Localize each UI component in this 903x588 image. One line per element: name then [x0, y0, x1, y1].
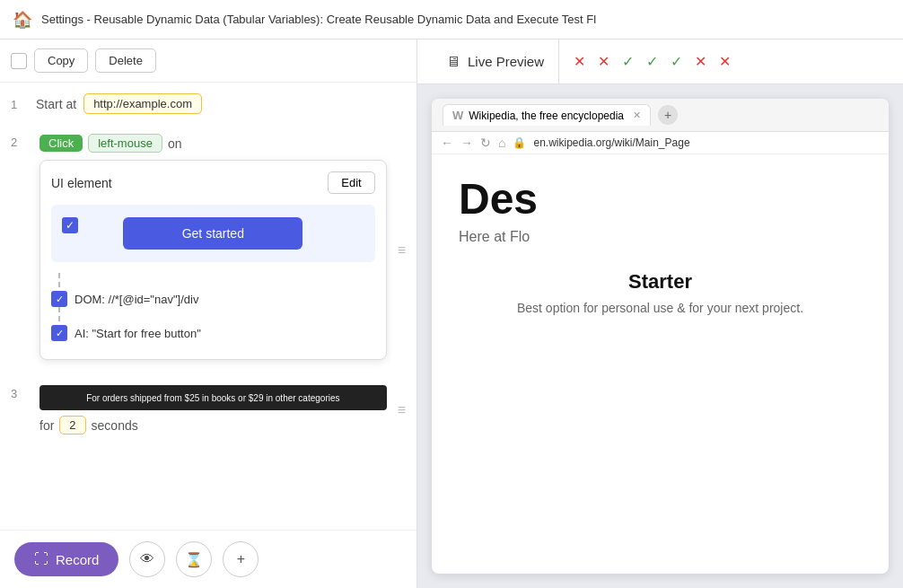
- edit-button[interactable]: Edit: [328, 171, 374, 194]
- seconds-chip[interactable]: 2: [59, 416, 85, 434]
- delete-button[interactable]: Delete: [95, 48, 156, 73]
- dropdown-header: UI element Edit: [51, 171, 375, 194]
- select-all-checkbox[interactable]: [11, 53, 27, 69]
- tab-close-icon[interactable]: ✕: [633, 110, 641, 121]
- step-3-drag-handle[interactable]: ≡: [398, 402, 406, 418]
- step-1-number: 1: [11, 96, 29, 111]
- dashed-line-2: [58, 307, 375, 321]
- timer-icon: ⌛: [185, 551, 203, 568]
- wikipedia-favicon: W: [452, 109, 463, 122]
- eye-icon: 👁: [140, 551, 154, 567]
- browser-content: Des Here at Flo Starter Best option for …: [432, 154, 889, 339]
- dom-text: DOM: //*[@id="nav"]/div: [75, 293, 198, 306]
- mouse-chip[interactable]: left-mouse: [88, 134, 162, 153]
- ai-check-row: ✓ AI: "Start for free button": [51, 325, 375, 341]
- refresh-button[interactable]: ↻: [480, 136, 491, 150]
- dom-checkbox[interactable]: ✓: [51, 291, 67, 307]
- steps-area: 1 Start at http://example.com 2 Click le…: [0, 83, 416, 530]
- step-3-row: 3 For orders shipped from $25 in books o…: [0, 376, 416, 443]
- step-3-content: For orders shipped from $25 in books or …: [39, 385, 387, 434]
- ai-text: AI: "Start for free button": [75, 327, 201, 340]
- for-seconds-row: for 2 seconds: [39, 416, 387, 434]
- starter-title: Starter: [459, 270, 862, 294]
- home-button[interactable]: ⌂: [498, 136, 505, 150]
- forward-button[interactable]: →: [460, 136, 473, 150]
- tab-title: Wikipedia, the free encyclopedia: [469, 110, 624, 122]
- browser-sub-title: Here at Flo: [459, 229, 862, 245]
- on-text: on: [168, 136, 182, 151]
- starter-desc: Best option for personal use & for your …: [459, 299, 862, 318]
- ui-element-card: UI element Edit ✓ Get started ✓: [39, 160, 387, 360]
- click-line: Click left-mouse on: [39, 134, 387, 153]
- dom-section: ✓ DOM: //*[@id="nav"]/div ✓ AI: "Start f…: [51, 273, 375, 341]
- record-label: Record: [56, 552, 99, 567]
- ui-element-label: UI element: [51, 176, 112, 190]
- click-chip[interactable]: Click: [39, 135, 83, 152]
- for-text: for: [39, 418, 54, 433]
- preview-tab: 🖥 Live Preview: [432, 39, 559, 83]
- start-url-chip[interactable]: http://example.com: [83, 93, 202, 114]
- step-2-drag-handle[interactable]: ≡: [398, 242, 406, 259]
- step-2-content: Click left-mouse on UI element Edit ✓: [39, 134, 387, 367]
- tab-icon-1: ✕: [574, 53, 585, 70]
- scroll-preview: For orders shipped from $25 in books or …: [39, 385, 387, 410]
- lock-icon: 🔒: [513, 136, 526, 149]
- copy-button[interactable]: Copy: [34, 48, 88, 73]
- tab-icon-2: ✕: [598, 53, 609, 70]
- scroll-text: For orders shipped from $25 in books or …: [86, 393, 339, 403]
- main-layout: Copy Delete 1 Start at http://example.co…: [0, 39, 903, 588]
- right-panel: 🖥 Live Preview ✕ ✕ ✓ ✓ ✓ ✕ ✕ W Wikipedia…: [417, 39, 903, 588]
- get-started-preview: Get started: [123, 217, 302, 250]
- eye-button[interactable]: 👁: [129, 541, 165, 577]
- back-button[interactable]: ←: [441, 136, 453, 150]
- ai-checkbox[interactable]: ✓: [51, 325, 67, 341]
- add-button[interactable]: +: [223, 541, 259, 577]
- tab-icon-4: ✓: [646, 53, 658, 70]
- preview-header: 🖥 Live Preview ✕ ✕ ✓ ✓ ✓ ✕ ✕: [417, 39, 903, 84]
- plus-icon: +: [237, 551, 245, 567]
- start-at-text: Start at: [36, 97, 76, 111]
- address-url[interactable]: en.wikipedia.org/wiki/Main_Page: [533, 136, 689, 149]
- dom-check-row: ✓ DOM: //*[@id="nav"]/div: [51, 291, 375, 307]
- step-1-row: 1 Start at http://example.com: [0, 83, 416, 125]
- element-preview: ✓ Get started: [51, 205, 375, 262]
- record-icon: ⛶: [34, 551, 48, 567]
- new-tab-button[interactable]: +: [658, 105, 678, 125]
- dashed-line: [58, 273, 375, 287]
- timer-button[interactable]: ⌛: [176, 541, 212, 577]
- home-icon[interactable]: 🏠: [13, 10, 32, 30]
- tab-icon-6: ✕: [695, 53, 706, 70]
- tab-icon-7: ✕: [719, 53, 731, 70]
- toolbar: Copy Delete: [0, 39, 416, 83]
- step-2-row: 2 Click left-mouse on UI element Edit: [0, 125, 416, 376]
- page-title: Settings - Reusable Dynamic Data (Tabula…: [41, 13, 596, 26]
- preview-title: Live Preview: [468, 54, 544, 69]
- browser-tab[interactable]: W Wikipedia, the free encyclopedia ✕: [443, 104, 651, 126]
- bottom-bar: ⛶ Record 👁 ⌛ +: [0, 530, 416, 588]
- browser-big-title: Des: [459, 176, 862, 224]
- starter-section: Starter Best option for personal use & f…: [459, 270, 862, 318]
- seconds-text: seconds: [92, 418, 138, 433]
- preview-checkbox: ✓: [62, 217, 78, 233]
- address-bar-row: ← → ↻ ⌂ 🔒 en.wikipedia.org/wiki/Main_Pag…: [432, 132, 889, 154]
- step-3-number: 3: [11, 385, 29, 400]
- left-panel: Copy Delete 1 Start at http://example.co…: [0, 39, 417, 588]
- monitor-icon: 🖥: [446, 54, 460, 70]
- record-button[interactable]: ⛶ Record: [14, 542, 118, 576]
- tab-icon-3: ✓: [622, 53, 634, 70]
- tab-status-icons: ✕ ✕ ✓ ✓ ✓ ✕ ✕: [559, 53, 745, 70]
- tab-icon-5: ✓: [671, 53, 682, 70]
- title-bar: 🏠 Settings - Reusable Dynamic Data (Tabu…: [0, 0, 903, 39]
- browser-tab-bar: W Wikipedia, the free encyclopedia ✕ +: [432, 99, 889, 132]
- browser-frame: W Wikipedia, the free encyclopedia ✕ + ←…: [432, 99, 889, 574]
- step-2-number: 2: [11, 134, 29, 149]
